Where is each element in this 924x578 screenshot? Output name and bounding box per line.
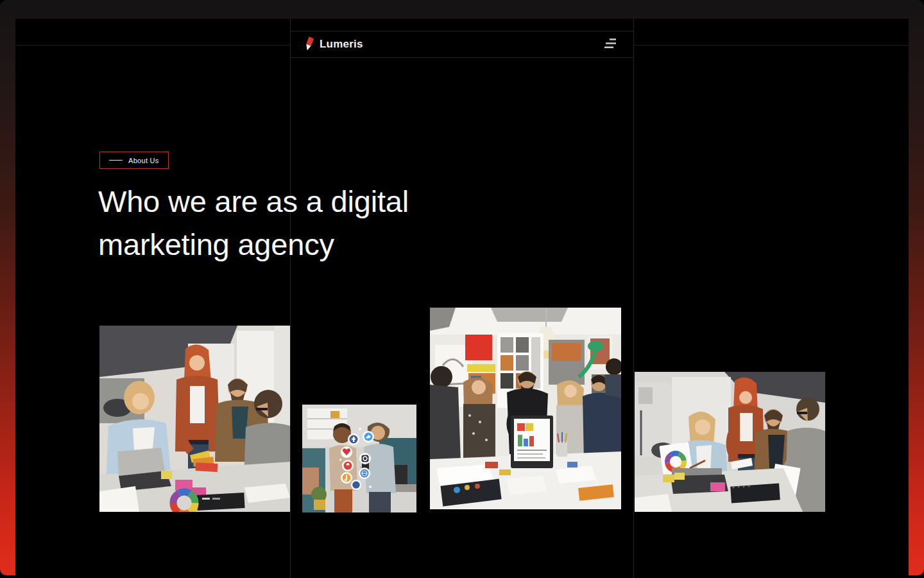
pencil-spark-icon bbox=[304, 36, 314, 53]
about-us-badge: About Us bbox=[99, 152, 169, 169]
page-title: Who we are as a digital marketing agency bbox=[98, 180, 409, 266]
gallery-photo-2 bbox=[302, 405, 416, 512]
page: Lumeris About Us Who we are as a digital… bbox=[0, 0, 924, 578]
gallery-photo-1 bbox=[99, 326, 290, 512]
gallery-photo-3 bbox=[430, 308, 621, 509]
panel-header: Lumeris bbox=[291, 31, 633, 58]
gallery-photo-4 bbox=[635, 372, 825, 512]
menu-icon[interactable] bbox=[601, 35, 620, 55]
brand-name: Lumeris bbox=[320, 38, 363, 51]
page-canvas: Lumeris About Us Who we are as a digital… bbox=[15, 19, 909, 578]
brand-logo[interactable]: Lumeris bbox=[304, 36, 363, 53]
badge-label: About Us bbox=[128, 157, 159, 164]
badge-line-icon bbox=[109, 160, 123, 161]
